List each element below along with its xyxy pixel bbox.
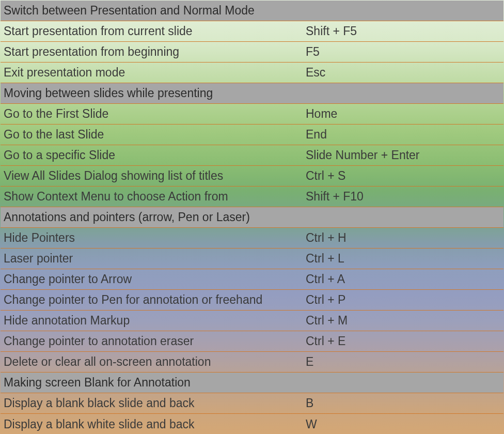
key-cell: Esc <box>306 66 503 80</box>
action-cell: Delete or clear all on-screen annotation <box>4 355 306 369</box>
table-row: Hide annotation MarkupCtrl + M <box>1 311 503 331</box>
section-title: Switch between Presentation and Normal M… <box>4 4 306 18</box>
table-row: Laser pointerCtrl + L <box>1 249 503 269</box>
action-cell: Display a blank white slide and back <box>4 417 306 431</box>
table-row: Exit presentation modeEsc <box>1 63 503 83</box>
action-cell: Laser pointer <box>4 252 306 266</box>
section-header: Switch between Presentation and Normal M… <box>1 1 503 21</box>
section-header: Annotations and pointers (arrow, Pen or … <box>1 207 503 228</box>
table-row: Go to the last SlideEnd <box>1 125 503 145</box>
table-row: Change pointer to Pen for annotation or … <box>1 290 503 311</box>
section-header: Making screen Blank for Annotation <box>1 373 503 393</box>
section-header: Moving between slides while presenting <box>1 83 503 104</box>
key-cell: Ctrl + L <box>306 252 503 266</box>
action-cell: Show Context Menu to choose Action from <box>4 190 306 204</box>
key-cell: Slide Number + Enter <box>306 148 503 162</box>
section-title: Annotations and pointers (arrow, Pen or … <box>4 210 306 224</box>
key-cell: F5 <box>306 45 503 59</box>
key-cell: End <box>306 128 503 142</box>
table-row: Delete or clear all on-screen annotation… <box>1 352 503 373</box>
key-cell: Ctrl + S <box>306 169 503 183</box>
section-title: Making screen Blank for Annotation <box>4 376 306 390</box>
table-row: Change pointer to ArrowCtrl + A <box>1 269 503 290</box>
action-cell: Exit presentation mode <box>4 66 306 80</box>
action-cell: Hide annotation Markup <box>4 314 306 328</box>
table-row: Hide PointersCtrl + H <box>1 228 503 249</box>
table-row: Display a blank white slide and backW <box>1 414 503 434</box>
key-cell: Ctrl + M <box>306 314 503 328</box>
key-cell: Shift + F5 <box>306 24 503 38</box>
action-cell: Change pointer to Arrow <box>4 272 306 286</box>
key-cell: Ctrl + E <box>306 334 503 348</box>
key-cell: Ctrl + A <box>306 272 503 286</box>
key-cell: Home <box>306 107 503 121</box>
action-cell: Change pointer to annotation eraser <box>4 334 306 348</box>
action-cell: Hide Pointers <box>4 231 306 245</box>
action-cell: Go to a specific Slide <box>4 148 306 162</box>
table-row: Start presentation from beginningF5 <box>1 42 503 63</box>
action-cell: View All Slides Dialog showing list of t… <box>4 169 306 183</box>
table-row: Start presentation from current slideShi… <box>1 21 503 42</box>
shortcut-table: Switch between Presentation and Normal M… <box>1 1 503 434</box>
action-cell: Start presentation from beginning <box>4 45 306 59</box>
action-cell: Go to the last Slide <box>4 128 306 142</box>
key-cell: Ctrl + H <box>306 231 503 245</box>
table-row: Go to the First SlideHome <box>1 104 503 125</box>
table-row: Change pointer to annotation eraserCtrl … <box>1 331 503 352</box>
table-row: Display a blank black slide and backB <box>1 393 503 414</box>
key-cell: E <box>306 355 503 369</box>
action-cell: Go to the First Slide <box>4 107 306 121</box>
action-cell: Start presentation from current slide <box>4 24 306 38</box>
table-row: Go to a specific SlideSlide Number + Ent… <box>1 145 503 166</box>
section-title: Moving between slides while presenting <box>4 86 306 100</box>
key-cell: W <box>306 417 503 431</box>
table-row: Show Context Menu to choose Action fromS… <box>1 187 503 207</box>
action-cell: Display a blank black slide and back <box>4 396 306 410</box>
key-cell: B <box>306 396 503 410</box>
table-row: View All Slides Dialog showing list of t… <box>1 166 503 187</box>
key-cell: Shift + F10 <box>306 190 503 204</box>
key-cell: Ctrl + P <box>306 293 503 307</box>
action-cell: Change pointer to Pen for annotation or … <box>4 293 306 307</box>
